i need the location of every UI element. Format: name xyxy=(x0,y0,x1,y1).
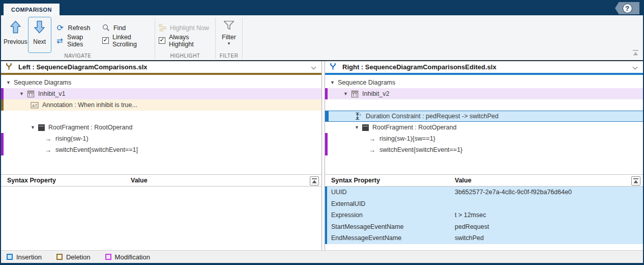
main-area: Left : SequenceDiagramComparisons.slx ▼ … xyxy=(1,61,643,250)
table-row[interactable]: StartMessageEventName pedRequest xyxy=(325,221,643,233)
filter-dropdown-arrow-icon: ▼ xyxy=(227,41,231,46)
right-tree: ▼ Sequence Diagrams ▼ Inhibit_v2 t xyxy=(325,75,643,174)
deletion-marker xyxy=(1,99,4,111)
right-panel: Right : SequenceDiagramComparisonsEdited… xyxy=(325,61,643,250)
panel-divider[interactable] xyxy=(321,61,325,250)
ribbon-group-highlight: Highlight Now Always Highlight HIGHLIGHT xyxy=(155,15,215,60)
tab-bar: COMPARISON ? xyxy=(1,1,643,15)
tree-spacer-row xyxy=(325,99,643,111)
tree-item-switchevent[interactable]: switchEvent[switchEvent==1] xyxy=(1,144,321,155)
left-table-header: Syntax Property Value xyxy=(1,174,321,187)
tree-item-annotation[interactable]: A Annotation : When inhibit is true... xyxy=(1,99,321,111)
legend-modification: Modification xyxy=(105,253,150,261)
always-highlight-checkbox[interactable] xyxy=(159,37,165,44)
tree-item-rootfragment[interactable]: ▼ RootFragment : RootOperand xyxy=(1,122,321,133)
highlight-now-icon xyxy=(159,24,166,32)
tree-item-inhibit-v1[interactable]: ▼ Inhibit_v1 xyxy=(1,88,321,99)
ribbon-group-filter: Filter ▼ FILTER xyxy=(216,15,242,60)
ribbon-separator xyxy=(242,18,243,59)
comparison-tool-window: COMPARISON ? Previous Next xyxy=(0,0,644,265)
svg-text:A: A xyxy=(32,103,35,108)
help-button[interactable]: ? xyxy=(615,2,639,14)
expand-arrow-icon[interactable]: ▼ xyxy=(19,91,27,96)
refresh-button[interactable]: ⟳ Refresh xyxy=(56,21,98,34)
expand-arrow-icon[interactable]: ▼ xyxy=(6,80,14,85)
chevron-down-icon[interactable] xyxy=(311,63,316,72)
filter-group-label: FILTER xyxy=(216,53,242,60)
previous-label: Previous xyxy=(4,38,27,45)
search-icon xyxy=(102,24,110,32)
previous-button[interactable]: Previous xyxy=(3,17,28,53)
insertion-marker xyxy=(325,221,327,233)
filter-funnel-icon xyxy=(223,20,235,32)
insertion-marker xyxy=(325,198,327,210)
left-file-title: Left : SequenceDiagramComparisons.slx xyxy=(18,63,148,71)
right-table-body: UUID 3b652577-2e7a-4c8c-9c0f-f92ba76d64e… xyxy=(325,187,643,250)
tree-spacer-row xyxy=(1,111,321,122)
left-table-body xyxy=(1,187,321,250)
arrow-up-icon xyxy=(9,20,22,36)
collapse-table-button[interactable] xyxy=(631,176,640,186)
tree-item-sequence-diagrams[interactable]: ▼ Sequence Diagrams xyxy=(325,77,643,88)
insertion-marker xyxy=(325,111,329,121)
ribbon-group-navigate: Previous Next ⟳ Refresh ⇄ Swap Sides xyxy=(1,15,155,60)
expand-arrow-icon[interactable]: ▼ xyxy=(31,125,38,130)
value-column-header: Value xyxy=(131,177,148,184)
tree-item-sequence-diagrams[interactable]: ▼ Sequence Diagrams xyxy=(1,77,321,88)
right-panel-header: Right : SequenceDiagramComparisonsEdited… xyxy=(325,61,643,75)
tree-item-duration-constraint[interactable]: t Duration Constraint : pedRequest -> sw… xyxy=(325,111,643,122)
insertion-marker xyxy=(325,232,327,244)
property-column-header: Syntax Property xyxy=(331,177,455,184)
sequence-diagram-icon xyxy=(351,90,359,98)
modification-marker xyxy=(1,144,4,155)
table-row[interactable]: ExternalUID xyxy=(325,198,643,210)
table-row[interactable]: EndMessageEventName switchPed xyxy=(325,232,643,244)
message-arrow-icon xyxy=(45,135,51,143)
tree-item-rootfragment[interactable]: ▼ RootFragment : RootOperand xyxy=(325,122,643,133)
sequence-diagram-icon xyxy=(27,90,35,98)
modification-marker xyxy=(325,133,328,144)
modification-marker xyxy=(325,88,328,99)
expand-arrow-icon[interactable]: ▼ xyxy=(355,125,362,130)
swap-sides-button[interactable]: ⇄ Swap Sides xyxy=(56,34,98,47)
message-arrow-icon xyxy=(45,146,51,154)
tree-item-switchevent[interactable]: switchEvent{switchEvent==1} xyxy=(325,144,643,155)
expand-arrow-icon[interactable]: ▼ xyxy=(330,80,338,85)
table-row[interactable]: UUID 3b652577-2e7a-4c8c-9c0f-f92ba76d64e… xyxy=(325,187,643,198)
modification-marker xyxy=(1,133,4,144)
legend-bar: Insertion Deletion Modification xyxy=(1,250,643,263)
next-button[interactable]: Next xyxy=(28,17,51,53)
insertion-marker xyxy=(325,209,327,221)
linked-scrolling-toggle[interactable]: Linked Scrolling xyxy=(102,34,153,47)
expand-arrow-icon[interactable]: ▼ xyxy=(343,91,351,96)
ribbon: Previous Next ⟳ Refresh ⇄ Swap Sides xyxy=(1,15,643,61)
right-table-header: Syntax Property Value xyxy=(325,174,643,187)
tree-item-inhibit-v2[interactable]: ▼ Inhibit_v2 xyxy=(325,88,643,99)
tree-item-rising[interactable]: rising(sw-1) xyxy=(1,133,321,144)
message-arrow-icon xyxy=(369,146,375,154)
message-arrow-icon xyxy=(369,135,375,143)
highlight-group-label: HIGHLIGHT xyxy=(155,53,215,60)
duration-constraint-icon: t xyxy=(355,112,362,120)
tree-item-rising[interactable]: rising(sw-1){sw==1} xyxy=(325,133,643,144)
next-label: Next xyxy=(33,38,46,45)
insertion-swatch-icon xyxy=(7,254,13,260)
merge-fork-icon xyxy=(5,62,13,72)
fragment-icon xyxy=(38,124,45,131)
swap-sides-icon: ⇄ xyxy=(56,37,64,44)
left-tree: ▼ Sequence Diagrams ▼ Inhibit_v1 A xyxy=(1,75,321,174)
collapse-table-button[interactable] xyxy=(310,176,319,186)
find-button[interactable]: Find xyxy=(102,21,153,34)
arrow-down-icon xyxy=(33,20,46,36)
table-row[interactable]: Expression t > 12msec xyxy=(325,209,643,221)
highlight-now-button[interactable]: Highlight Now xyxy=(159,21,213,34)
chevron-down-icon[interactable] xyxy=(632,63,638,72)
legend-insertion: Insertion xyxy=(7,253,42,261)
always-highlight-toggle[interactable]: Always Highlight xyxy=(159,34,213,47)
modification-marker xyxy=(1,88,4,99)
tab-comparison[interactable]: COMPARISON xyxy=(4,4,60,15)
modification-swatch-icon xyxy=(105,254,111,260)
linked-scrolling-checkbox[interactable] xyxy=(102,37,109,44)
filter-button[interactable]: Filter ▼ xyxy=(218,17,240,53)
collapse-ribbon-button[interactable] xyxy=(632,49,639,58)
